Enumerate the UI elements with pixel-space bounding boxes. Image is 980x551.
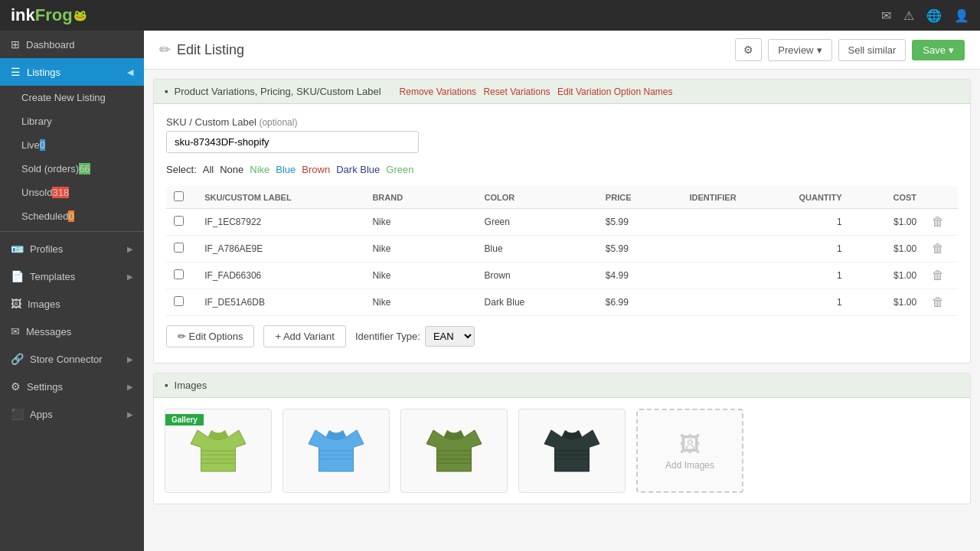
shirt-svg-1 bbox=[184, 416, 253, 485]
add-images-box[interactable]: 🖼 Add Images bbox=[636, 409, 743, 493]
sidebar-label-store-connector: Store Connector bbox=[30, 354, 127, 365]
select-all-link[interactable]: All bbox=[203, 164, 214, 175]
select-darkblue-link[interactable]: Dark Blue bbox=[336, 164, 380, 175]
delete-row-button-2[interactable]: 🗑 bbox=[932, 269, 944, 282]
sell-similar-button[interactable]: Sell similar bbox=[838, 39, 906, 61]
cell-color-0: Green bbox=[477, 209, 598, 236]
sidebar-item-messages[interactable]: ✉ Messages bbox=[0, 318, 144, 345]
cell-brand-0: Nike bbox=[364, 209, 476, 236]
image-thumb-2[interactable] bbox=[283, 409, 390, 493]
edit-variation-names-link[interactable]: Edit Variation Option Names bbox=[557, 86, 673, 97]
sidebar-item-create-new-listing[interactable]: Create New Listing bbox=[0, 86, 144, 109]
preview-button[interactable]: Preview ▾ bbox=[768, 39, 831, 61]
row-checkbox-0[interactable] bbox=[174, 216, 184, 226]
sidebar-item-sold[interactable]: Sold (orders) 66 bbox=[0, 157, 144, 181]
logo-frog-text: Frog bbox=[35, 5, 73, 25]
profiles-chevron-icon: ▶ bbox=[127, 245, 133, 253]
page-title-area: ✏ Edit Listing bbox=[159, 41, 244, 58]
alert-icon[interactable]: ⚠ bbox=[903, 8, 914, 23]
cell-price-3: $6.99 bbox=[598, 289, 682, 316]
sidebar-item-images[interactable]: 🖼 Images bbox=[0, 290, 144, 318]
save-button[interactable]: Save ▾ bbox=[912, 40, 965, 60]
sidebar-item-scheduled[interactable]: Scheduled 0 bbox=[0, 204, 144, 228]
select-blue-link[interactable]: Blue bbox=[276, 164, 296, 175]
table-row: IF_FAD66306 Nike Brown $4.99 1 $1.00 🗑 bbox=[166, 262, 958, 289]
listings-icon: ☰ bbox=[11, 66, 21, 78]
user-icon[interactable]: 👤 bbox=[954, 8, 969, 23]
sidebar-item-listings[interactable]: ☰ Listings ◀ bbox=[0, 58, 144, 86]
sidebar-label-messages: Messages bbox=[26, 326, 133, 337]
cell-color-1: Blue bbox=[477, 236, 598, 262]
cell-price-1: $5.99 bbox=[598, 236, 682, 262]
mail-icon[interactable]: ✉ bbox=[881, 8, 891, 23]
settings-icon: ⚙ bbox=[11, 380, 21, 393]
sku-optional-text: (optional) bbox=[259, 117, 297, 128]
image-thumb-1[interactable]: Gallery bbox=[165, 409, 272, 493]
cell-identifier-3 bbox=[681, 289, 775, 316]
select-all-checkbox[interactable] bbox=[174, 191, 184, 201]
sidebar-item-profiles[interactable]: 🪪 Profiles ▶ bbox=[0, 235, 144, 262]
templates-icon: 📄 bbox=[11, 270, 24, 282]
sidebar-item-settings[interactable]: ⚙ Settings ▶ bbox=[0, 373, 144, 400]
cell-sku-3: IF_DE51A6DB bbox=[197, 289, 364, 316]
sidebar-item-live[interactable]: Live 0 bbox=[0, 133, 144, 157]
sku-input[interactable] bbox=[166, 131, 419, 153]
sidebar-item-library[interactable]: Library bbox=[0, 109, 144, 133]
table-header-row: SKU/Custom Label Brand Color Price Ident… bbox=[166, 186, 958, 209]
table-footer: ✏ Edit Options + Add Variant Identifier … bbox=[166, 316, 958, 350]
cell-identifier-2 bbox=[681, 262, 775, 289]
sidebar-label-sold: Sold (orders) bbox=[21, 163, 79, 174]
edit-options-button[interactable]: ✏ Edit Options bbox=[166, 325, 254, 347]
save-dropdown-icon: ▾ bbox=[949, 44, 954, 56]
delete-row-button-1[interactable]: 🗑 bbox=[932, 242, 944, 255]
cell-sku-0: IF_1EC87922 bbox=[197, 209, 364, 236]
row-checkbox-3[interactable] bbox=[174, 296, 184, 306]
sidebar-item-unsold[interactable]: Unsold 318 bbox=[0, 181, 144, 204]
th-sku: SKU/Custom Label bbox=[197, 186, 364, 209]
gallery-badge: Gallery bbox=[165, 414, 204, 425]
top-nav: inkFrog🐸 ✉ ⚠ 🌐 👤 bbox=[0, 0, 980, 31]
th-brand: Brand bbox=[364, 186, 476, 209]
table-row: IF_DE51A6DB Nike Dark Blue $6.99 1 $1.00… bbox=[166, 289, 958, 316]
cell-identifier-0 bbox=[681, 209, 775, 236]
sidebar-label-scheduled: Scheduled bbox=[21, 210, 68, 222]
reset-variations-link[interactable]: Reset Variations bbox=[483, 86, 550, 97]
add-variant-button[interactable]: + Add Variant bbox=[263, 325, 345, 347]
cell-quantity-2: 1 bbox=[775, 262, 849, 289]
top-nav-icons: ✉ ⚠ 🌐 👤 bbox=[881, 8, 969, 23]
variations-section: ▪ Product Variations, Pricing, SKU/Custo… bbox=[153, 79, 971, 364]
unsold-badge: 318 bbox=[52, 187, 69, 198]
identifier-type-area: Identifier Type: EAN UPC ISBN EPID bbox=[355, 326, 475, 347]
select-nike-link[interactable]: Nike bbox=[250, 164, 270, 175]
gear-button[interactable]: ⚙ bbox=[735, 38, 762, 61]
delete-row-button-0[interactable]: 🗑 bbox=[932, 215, 944, 228]
sidebar-label-templates: Templates bbox=[30, 271, 127, 282]
sidebar-item-store-connector[interactable]: 🔗 Store Connector ▶ bbox=[0, 345, 144, 373]
sku-label-text: SKU / Custom Label bbox=[166, 116, 256, 128]
row-checkbox-2[interactable] bbox=[174, 269, 184, 279]
remove-variations-link[interactable]: Remove Variations bbox=[400, 86, 477, 97]
live-badge: 0 bbox=[40, 139, 45, 151]
select-green-link[interactable]: Green bbox=[386, 164, 413, 175]
sidebar-item-apps[interactable]: ⬛ Apps ▶ bbox=[0, 400, 144, 428]
scheduled-badge: 0 bbox=[68, 210, 74, 222]
add-images-label: Add Images bbox=[665, 460, 714, 471]
sidebar-label-profiles: Profiles bbox=[30, 243, 127, 255]
variations-header-links: Remove Variations Reset Variations Edit … bbox=[395, 86, 673, 97]
image-thumb-4[interactable] bbox=[518, 409, 626, 493]
th-identifier: Identifier bbox=[681, 186, 775, 209]
globe-icon[interactable]: 🌐 bbox=[926, 8, 942, 23]
variations-section-title: Product Variations, Pricing, SKU/Custom … bbox=[175, 86, 381, 97]
images-section-title: Images bbox=[175, 380, 207, 391]
sold-badge: 66 bbox=[79, 163, 90, 174]
cell-sku-1: IF_A786AE9E bbox=[197, 236, 364, 262]
select-brown-link[interactable]: Brown bbox=[302, 164, 330, 175]
delete-row-button-3[interactable]: 🗑 bbox=[932, 295, 944, 308]
select-none-link[interactable]: None bbox=[220, 164, 243, 175]
add-images-icon: 🖼 bbox=[679, 432, 701, 457]
image-thumb-3[interactable] bbox=[400, 409, 508, 493]
identifier-type-select[interactable]: EAN UPC ISBN EPID bbox=[425, 326, 475, 347]
sidebar-item-templates[interactable]: 📄 Templates ▶ bbox=[0, 262, 144, 290]
sidebar-item-dashboard[interactable]: ⊞ Dashboard bbox=[0, 31, 144, 58]
row-checkbox-1[interactable] bbox=[174, 243, 184, 253]
